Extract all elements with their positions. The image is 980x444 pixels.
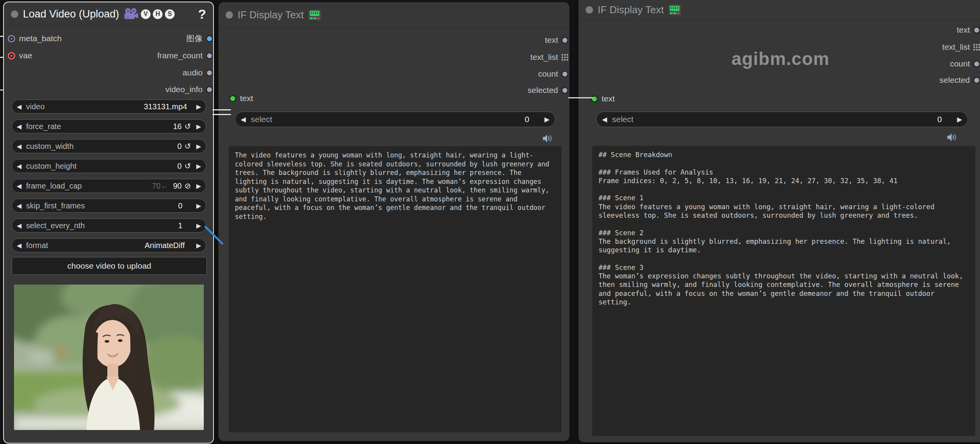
increment-arrow-icon[interactable]: ▶ xyxy=(539,115,550,124)
output-slot-text-list[interactable]: text_list xyxy=(530,52,568,62)
widget-skip-first-frames[interactable]: ◀ skip_first_frames 0 ▶ xyxy=(12,199,206,213)
input-slot-meta-batch[interactable]: meta_batch xyxy=(8,33,62,44)
widget-select[interactable]: ◀ select 0 ▶ xyxy=(596,112,968,127)
slot-dot-vae[interactable] xyxy=(8,52,15,59)
output-slot-selected[interactable]: selected xyxy=(940,75,980,85)
slot-dot-text-input[interactable] xyxy=(591,96,598,102)
output-slot-video-info[interactable]: video_info xyxy=(165,84,213,94)
decrement-arrow-icon[interactable]: ◀ xyxy=(17,103,25,110)
collapse-dot[interactable] xyxy=(586,6,593,14)
output-slot-text-list[interactable]: text_list xyxy=(942,42,980,52)
output-label: 图像 xyxy=(186,33,203,44)
decrement-arrow-icon[interactable]: ◀ xyxy=(17,143,25,150)
collapse-dot[interactable] xyxy=(11,10,18,18)
slot-dot-selected[interactable] xyxy=(973,77,980,84)
node-load-video-upload[interactable]: Load Video (Upload) V H S ? meta_batch v… xyxy=(3,2,214,444)
help-icon[interactable]: ? xyxy=(198,7,206,22)
output-label: selected xyxy=(940,75,970,85)
slot-dot-text[interactable] xyxy=(562,37,568,44)
input-slot-text[interactable]: text xyxy=(591,94,615,104)
output-slot-text[interactable]: text xyxy=(957,25,980,35)
grid-slot-icon[interactable] xyxy=(562,54,568,61)
movie-camera-icon xyxy=(124,8,138,20)
slot-dot-text-input[interactable] xyxy=(229,95,236,102)
output-slot-count[interactable]: count xyxy=(538,69,568,79)
output-label: text_list xyxy=(530,52,558,62)
slot-dot-audio[interactable] xyxy=(206,70,213,76)
slot-dot-frame-count[interactable] xyxy=(206,52,213,59)
decrement-arrow-icon[interactable]: ◀ xyxy=(17,163,25,170)
decrement-arrow-icon[interactable]: ◀ xyxy=(602,115,612,124)
reset-icon[interactable]: ↺ xyxy=(184,161,191,171)
increment-arrow-icon[interactable]: ▶ xyxy=(192,163,201,170)
slot-dot-count[interactable] xyxy=(562,71,568,77)
widget-label: select xyxy=(612,115,634,124)
increment-arrow-icon[interactable]: ▶ xyxy=(952,115,962,124)
output-slot-image[interactable]: 图像 xyxy=(186,33,213,44)
widget-label: frame_load_cap xyxy=(26,182,82,191)
decrement-arrow-icon[interactable]: ◀ xyxy=(17,123,25,130)
node-title: Load Video (Upload) xyxy=(23,8,119,20)
widget-label: custom_width xyxy=(26,142,74,151)
comfyui-canvas[interactable]: { "icons": { "left_arrow": "◀", "right_a… xyxy=(0,0,980,444)
disabled-icon[interactable]: ⊘ xyxy=(184,181,191,191)
increment-arrow-icon[interactable]: ▶ xyxy=(192,202,201,210)
increment-arrow-icon[interactable]: ▶ xyxy=(192,182,201,190)
slot-dot-image[interactable] xyxy=(206,35,213,42)
decrement-arrow-icon[interactable]: ◀ xyxy=(17,182,25,190)
vhs-badge-s: S xyxy=(165,9,175,19)
speaker-icon[interactable] xyxy=(947,133,957,142)
widget-custom-height[interactable]: ◀ custom_height 0 ↺ ▶ xyxy=(12,159,206,173)
node-header[interactable]: IF Display Text xyxy=(219,2,569,27)
widget-value: 0 xyxy=(937,115,942,124)
input-slot-vae[interactable]: vae xyxy=(8,51,32,61)
output-slot-text[interactable]: text xyxy=(545,35,568,45)
reset-icon[interactable]: ↺ xyxy=(184,142,191,151)
node-title: IF Display Text xyxy=(238,9,304,21)
slot-dot-text[interactable] xyxy=(973,27,980,33)
node-header[interactable]: IF Display Text xyxy=(579,0,980,19)
output-slot-count[interactable]: count xyxy=(950,59,980,69)
collapse-dot[interactable] xyxy=(226,11,233,19)
widget-custom-width[interactable]: ◀ custom_width 0 ↺ ▶ xyxy=(12,139,206,153)
widget-select-every-nth[interactable]: ◀ select_every_nth 1 ▶ xyxy=(12,219,206,232)
widget-force-rate[interactable]: ◀ force_rate 16 ↺ ▶ xyxy=(12,119,206,133)
slot-dot-meta-batch[interactable] xyxy=(8,35,15,42)
display-text-area[interactable]: The video features a young woman with lo… xyxy=(229,146,562,432)
increment-arrow-icon[interactable]: ▶ xyxy=(192,143,201,150)
node-if-display-text-2[interactable]: IF Display Text agibm.com text text_list xyxy=(578,0,980,442)
input-slot-text[interactable]: text xyxy=(229,93,253,103)
slot-dot-count[interactable] xyxy=(973,61,980,67)
increment-arrow-icon[interactable]: ▶ xyxy=(192,242,201,249)
video-preview[interactable] xyxy=(14,285,204,430)
wire-link xyxy=(568,97,593,98)
increment-arrow-icon[interactable]: ▶ xyxy=(192,103,201,110)
grid-slot-icon[interactable] xyxy=(973,44,980,51)
node-if-display-text-1[interactable]: IF Display Text text text_list co xyxy=(218,2,570,441)
input-label: meta_batch xyxy=(19,34,62,43)
slot-dot-video-info[interactable] xyxy=(206,86,213,93)
choose-video-button[interactable]: choose video to upload xyxy=(12,257,207,275)
output-slot-selected[interactable]: selected xyxy=(528,85,568,95)
increment-arrow-icon[interactable]: ▶ xyxy=(192,123,201,130)
output-slot-frame-count[interactable]: frame_count xyxy=(157,51,213,61)
display-text-area[interactable]: ## Scene Breakdown ### Frames Used for A… xyxy=(592,146,975,436)
widget-video[interactable]: ◀ video 313131.mp4 ▶ xyxy=(12,100,206,114)
widget-pending-value: 70← xyxy=(152,182,168,191)
decrement-arrow-icon[interactable]: ◀ xyxy=(241,115,251,124)
slot-dot-selected[interactable] xyxy=(562,87,568,94)
output-slot-audio[interactable]: audio xyxy=(183,68,213,78)
node-header[interactable]: Load Video (Upload) V H S ? xyxy=(4,2,213,26)
decrement-arrow-icon[interactable]: ◀ xyxy=(17,202,25,210)
output-label: video_info xyxy=(165,85,203,94)
reset-icon[interactable]: ↺ xyxy=(184,122,191,131)
widget-format[interactable]: ◀ format AnimateDiff ▶ xyxy=(12,238,206,252)
wire-link xyxy=(212,114,231,115)
widget-frame-load-cap[interactable]: ◀ frame_load_cap 70← 90 ⊘ ▶ xyxy=(12,179,206,193)
speaker-icon[interactable] xyxy=(542,134,552,143)
widget-select[interactable]: ◀ select 0 ▶ xyxy=(235,112,555,127)
decrement-arrow-icon[interactable]: ◀ xyxy=(17,242,25,249)
output-label: text xyxy=(545,35,558,45)
increment-arrow-icon[interactable]: ▶ xyxy=(192,222,201,229)
decrement-arrow-icon[interactable]: ◀ xyxy=(17,222,25,229)
